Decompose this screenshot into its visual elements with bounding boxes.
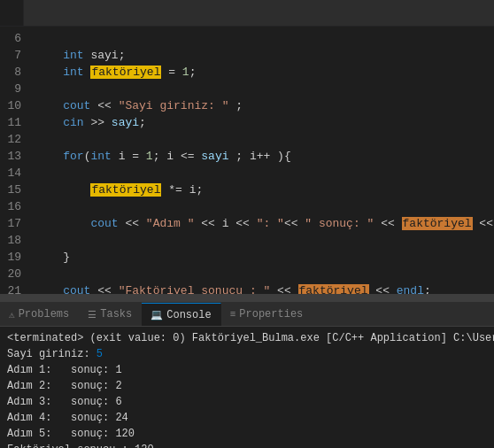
panel-tab-properties[interactable]: ≡Properties [221,303,313,326]
line-number: 9 [4,81,21,97]
editor: 678910111213141516171819202122232425 int… [0,0,494,301]
panel-tab-tasks[interactable]: ☰Tasks [79,303,142,326]
console-line: Adım 5: sonuç: 120 [7,426,487,442]
tab-bar [0,0,494,27]
console-line: Faktöriyel sonucu : 120 [7,442,487,448]
line-number: 21 [4,282,21,294]
console-input-value: 5 [96,348,103,360]
code-line: faktöriyel *= i; [28,182,494,198]
code-line: int sayi; [28,47,494,64]
code-line [28,165,494,182]
code-line [28,198,494,215]
panel-tab-label: Console [166,309,211,321]
console-line: Adım 1: sonuç: 1 [7,362,487,378]
line-number: 8 [4,64,21,81]
line-number: 13 [4,148,21,165]
code-line [28,81,494,97]
line-number: 10 [4,97,21,114]
console-line: Sayi giriniz: 5 [7,346,487,362]
line-number: 18 [4,232,21,249]
code-content[interactable]: int sayi; int faktöriyel = 1; cout << "S… [28,27,494,294]
code-line: for(int i = 1; i <= sayi ; i++ ){ [28,148,494,165]
line-number: 20 [4,266,21,282]
panel-tab-label: Problems [19,308,70,321]
code-line [28,232,494,249]
line-number: 17 [4,215,21,232]
code-line: cin >> sayi; [28,114,494,131]
panel-tabs: ⚠Problems☰Tasks💻Console≡Properties [0,302,494,327]
code-line: int faktöriyel = 1; [28,64,494,81]
panel-tab-label: Properties [239,308,303,321]
console-line: Adım 2: sonuç: 2 [7,378,487,394]
line-number: 11 [4,114,21,131]
file-tab[interactable] [0,0,24,26]
panel-tab-label: Tasks [100,308,132,321]
code-line: cout << "Faktöriyel sonucu : " << faktör… [28,282,494,294]
panel-tab-icon: ≡ [230,309,236,320]
console-line: Adım 3: sonuç: 6 [7,394,487,410]
panel-tab-icon: 💻 [151,309,163,321]
console-line: Adım 4: sonuç: 24 [7,410,487,426]
line-number: 19 [4,249,21,266]
code-area: 678910111213141516171819202122232425 int… [0,27,494,294]
panel-tab-console[interactable]: 💻Console [142,303,220,326]
code-line [28,131,494,148]
line-numbers: 678910111213141516171819202122232425 [0,27,28,294]
code-line: cout << "Adım " << i << ": "<< " sonuç: … [28,215,494,232]
line-number: 14 [4,165,21,182]
code-line [28,30,494,47]
horizontal-scrollbar[interactable] [0,294,494,301]
line-number: 16 [4,198,21,215]
panel-tab-problems[interactable]: ⚠Problems [0,303,79,326]
bottom-panel: ⚠Problems☰Tasks💻Console≡Properties <term… [0,301,494,448]
line-number: 15 [4,182,21,198]
panel-tab-icon: ⚠ [9,309,15,321]
panel-tab-icon: ☰ [88,309,96,321]
code-line: } [28,249,494,266]
code-line: cout << "Sayi giriniz: " ; [28,97,494,114]
line-number: 12 [4,131,21,148]
line-number: 6 [4,30,21,47]
console-terminated-line: <terminated> (exit value: 0) Faktöriyel_… [7,330,487,346]
console-output: <terminated> (exit value: 0) Faktöriyel_… [0,327,494,448]
line-number: 7 [4,47,21,64]
code-line [28,266,494,282]
